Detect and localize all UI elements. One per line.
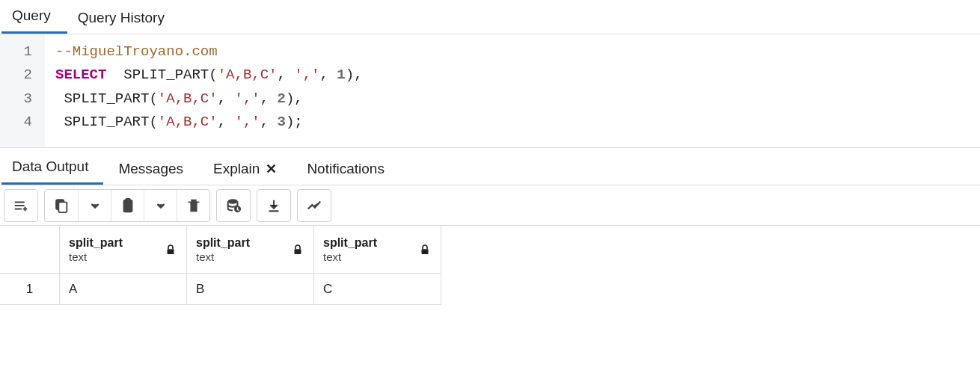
lock-icon [418,243,432,256]
svg-rect-8 [126,199,130,202]
query-tabs: Query Query History [0,0,980,34]
column-header[interactable]: split_part text [187,226,314,274]
tab-messages[interactable]: Messages [108,153,198,185]
tab-notifications[interactable]: Notifications [296,153,399,185]
grid-corner[interactable] [0,226,60,274]
chart-line-icon [306,197,322,214]
svg-rect-15 [422,249,429,254]
chevron-down-icon [87,197,103,214]
svg-rect-6 [58,202,67,212]
download-button[interactable] [257,190,290,221]
tab-query[interactable]: Query [1,0,67,34]
sql-editor[interactable]: 1 2 3 4 --MiguelTroyano.com SELECT SPLIT… [0,34,980,148]
lock-icon [291,243,304,256]
add-row-button[interactable] [4,190,37,221]
database-save-icon [225,197,242,214]
column-header[interactable]: split_part text [314,226,441,274]
download-icon [266,197,282,214]
chevron-down-icon [153,197,169,214]
paste-button[interactable] [111,190,144,221]
svg-rect-13 [168,249,174,254]
row-number[interactable]: 1 [0,274,60,305]
tab-query-history[interactable]: Query History [67,2,181,34]
lock-icon [164,243,177,256]
save-data-button[interactable] [217,190,250,221]
tab-data-output[interactable]: Data Output [1,151,103,185]
copy-dropdown-button[interactable] [78,190,111,221]
tab-explain[interactable]: Explain ✕ [203,153,292,185]
paste-dropdown-button[interactable] [144,190,177,221]
copy-button[interactable] [45,190,78,221]
results-toolbar [0,185,980,226]
close-icon[interactable]: ✕ [266,162,277,176]
svg-rect-14 [295,249,301,254]
data-cell[interactable]: A [60,274,187,305]
trash-icon [186,197,202,214]
editor-gutter: 1 2 3 4 [0,34,45,147]
editor-code[interactable]: --MiguelTroyano.com SELECT SPLIT_PART('A… [45,34,980,147]
output-tabs: Data Output Messages Explain ✕ Notificat… [0,148,980,185]
results-grid: split_part text split_part text split_pa… [0,226,980,305]
svg-point-9 [228,200,238,204]
data-cell[interactable]: C [314,274,441,305]
chart-button[interactable] [298,190,331,221]
data-cell[interactable]: B [187,274,314,305]
delete-button[interactable] [177,190,209,221]
column-header[interactable]: split_part text [60,226,187,274]
